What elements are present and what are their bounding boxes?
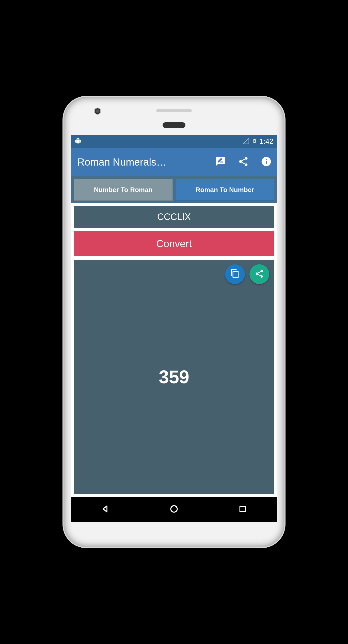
rate-review-icon — [215, 156, 226, 168]
nav-bar — [71, 497, 277, 522]
info-icon — [261, 156, 272, 168]
share-result-button[interactable] — [249, 264, 269, 284]
convert-label: Convert — [156, 238, 192, 250]
phone-frame: 1:42 Roman Numerals… — [64, 97, 284, 547]
fab-row — [225, 264, 269, 284]
back-button[interactable] — [98, 502, 113, 517]
info-button[interactable] — [260, 156, 272, 168]
svg-rect-1 — [240, 506, 245, 511]
battery-icon — [252, 137, 257, 145]
status-bar: 1:42 — [71, 135, 277, 148]
app-bar-actions — [214, 156, 272, 168]
share-button[interactable] — [237, 156, 249, 168]
share-icon — [238, 156, 249, 168]
tab-label: Number To Roman — [94, 186, 153, 194]
content-area: CCCLIX Convert — [71, 203, 277, 497]
status-left — [75, 138, 81, 145]
copy-button[interactable] — [225, 264, 245, 284]
rate-button[interactable] — [214, 156, 227, 168]
result-value: 359 — [159, 367, 189, 387]
back-icon — [101, 504, 110, 515]
screen: 1:42 Roman Numerals… — [71, 135, 277, 522]
recents-icon — [239, 505, 247, 514]
status-right: 1:42 — [242, 137, 274, 145]
svg-point-0 — [171, 506, 177, 512]
home-icon — [169, 504, 179, 515]
tab-roman-to-number[interactable]: Roman To Number — [175, 179, 274, 201]
phone-camera — [94, 108, 101, 115]
android-icon — [75, 138, 81, 145]
tab-number-to-roman[interactable]: Number To Roman — [74, 179, 173, 201]
tabs-row: Number To Roman Roman To Number — [71, 176, 277, 203]
copy-icon — [230, 269, 240, 280]
home-button[interactable] — [166, 502, 182, 517]
input-value: CCCLIX — [157, 212, 191, 222]
phone-speaker-slot — [156, 109, 192, 112]
share-icon — [255, 269, 264, 280]
tab-label: Roman To Number — [196, 186, 254, 194]
app-title: Roman Numerals… — [77, 156, 208, 168]
status-time: 1:42 — [260, 137, 274, 145]
phone-earpiece — [163, 122, 185, 128]
signal-icon — [242, 137, 249, 145]
roman-input[interactable]: CCCLIX — [74, 206, 274, 228]
recents-button[interactable] — [235, 502, 250, 517]
convert-button[interactable]: Convert — [74, 231, 274, 256]
app-bar: Roman Numerals… — [71, 148, 277, 176]
result-area: 359 — [74, 260, 274, 494]
